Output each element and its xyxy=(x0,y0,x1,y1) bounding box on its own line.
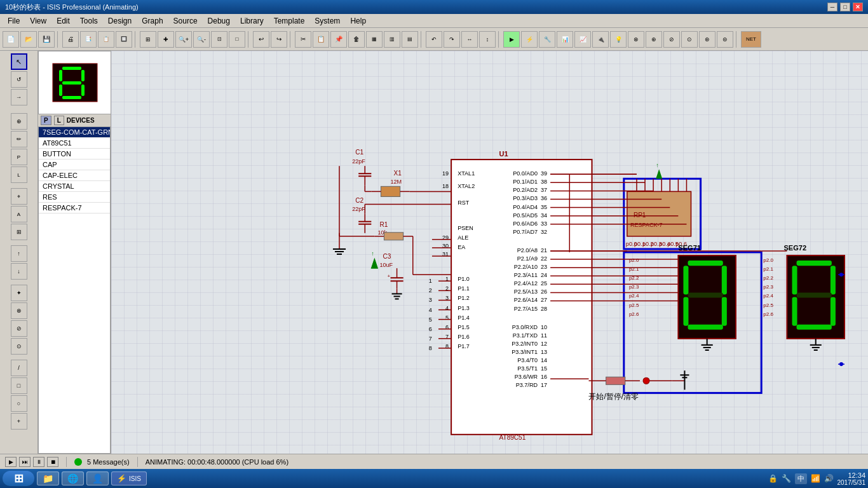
menu-item-tools[interactable]: Tools xyxy=(75,15,103,27)
svg-text:P3.4/T0: P3.4/T0 xyxy=(517,357,538,363)
bus-entry-tool[interactable]: L xyxy=(11,166,27,183)
device-item-4[interactable]: CAP-ELEC xyxy=(39,170,110,181)
block3-button[interactable]: ▤ xyxy=(402,31,418,48)
l-button[interactable]: L xyxy=(54,116,64,125)
maximize-button[interactable]: □ xyxy=(840,3,850,11)
sim2[interactable]: 🔧 xyxy=(539,31,555,48)
menu-item-edit[interactable]: Edit xyxy=(51,15,75,27)
canvas-area[interactable]: X1 12M C1 22pF C2 22pF R1 10k xyxy=(111,51,868,454)
device-item-7[interactable]: RESPACK-7 xyxy=(39,203,110,214)
lang-indicator[interactable]: 中 xyxy=(795,473,807,484)
menu-item-help[interactable]: Help xyxy=(345,15,371,27)
sim8[interactable]: ⊕ xyxy=(646,31,662,48)
zoom-in[interactable]: 🔍+ xyxy=(175,31,192,48)
device-item-6[interactable]: RES xyxy=(39,192,110,203)
text-tool[interactable]: A xyxy=(11,206,27,222)
menu-item-source[interactable]: Source xyxy=(168,15,203,27)
point-button[interactable]: ✚ xyxy=(158,31,174,48)
menu-item-design[interactable]: Design xyxy=(103,15,137,27)
probe-tool[interactable]: ⊗ xyxy=(11,302,27,319)
window-controls[interactable]: ─ □ ✕ xyxy=(827,3,863,11)
close-button[interactable]: ✕ xyxy=(853,3,863,11)
taskbar-item-user[interactable]: 👤 xyxy=(86,471,109,485)
pause-button[interactable]: ⏸ xyxy=(33,457,44,467)
junction-tool[interactable]: ⊕ xyxy=(11,113,27,130)
open-button[interactable]: 📂 xyxy=(20,31,37,48)
subcircuit-tool[interactable]: ⊞ xyxy=(11,224,27,240)
bus-tool[interactable]: P xyxy=(11,149,27,165)
add-tool[interactable]: + xyxy=(11,413,27,430)
ground-tool[interactable]: ↓ xyxy=(11,263,27,280)
line-tool[interactable]: / xyxy=(11,360,27,376)
select-tool[interactable]: ↖ xyxy=(11,53,27,70)
print-button[interactable]: 🖨 xyxy=(62,31,79,48)
tape-tool[interactable]: ⊘ xyxy=(11,320,27,337)
print2-button[interactable]: 📑 xyxy=(80,31,97,48)
grid-button[interactable]: ⊞ xyxy=(140,31,156,48)
sim10[interactable]: ⊙ xyxy=(681,31,698,48)
zoom-area[interactable]: □ xyxy=(229,31,245,48)
power-tool[interactable]: ↑ xyxy=(11,245,27,262)
tb4[interactable]: 🔲 xyxy=(116,31,132,48)
tb3[interactable]: 📋 xyxy=(98,31,114,48)
device-item-0[interactable]: 7SEG-COM-CAT-GRN xyxy=(39,127,110,138)
delete-button[interactable]: 🗑 xyxy=(348,31,365,48)
menu-item-view[interactable]: View xyxy=(25,15,51,27)
label-tool[interactable]: ⌖ xyxy=(11,188,27,205)
menu-item-template[interactable]: Template xyxy=(269,15,310,27)
netlist-button[interactable]: NET xyxy=(741,31,761,48)
animate-tool[interactable]: ↺ xyxy=(11,71,27,88)
wire-tool[interactable]: ✏ xyxy=(11,131,27,147)
svg-text:EA: EA xyxy=(458,244,466,250)
rotate-l[interactable]: ↶ xyxy=(426,31,442,48)
mirror-v[interactable]: ↕ xyxy=(479,31,496,48)
component-tool[interactable]: → xyxy=(11,89,27,105)
sim9[interactable]: ⊘ xyxy=(663,31,680,48)
run-button[interactable]: ▶ xyxy=(503,31,520,48)
menu-item-graph[interactable]: Graph xyxy=(137,15,168,27)
device-item-5[interactable]: CRYSTAL xyxy=(39,181,110,192)
taskbar-item-browser[interactable]: 🌐 xyxy=(62,471,84,485)
redo-button[interactable]: ↪ xyxy=(271,31,287,48)
device-item-2[interactable]: BUTTON xyxy=(39,149,110,159)
sim11[interactable]: ⊛ xyxy=(699,31,715,48)
save-button[interactable]: 💾 xyxy=(38,31,55,48)
cut-button[interactable]: ✂ xyxy=(295,31,311,48)
p-button[interactable]: P xyxy=(41,116,51,125)
sim12[interactable]: ⊜ xyxy=(717,31,733,48)
menu-item-debug[interactable]: Debug xyxy=(203,15,235,27)
sim4[interactable]: 📈 xyxy=(574,31,591,48)
sim7[interactable]: ⊗ xyxy=(628,31,644,48)
gen-tool[interactable]: ⊙ xyxy=(11,338,27,355)
mirror-h[interactable]: ↔ xyxy=(461,31,478,48)
sim5[interactable]: 🔌 xyxy=(592,31,609,48)
start-button[interactable]: ⊞ xyxy=(3,471,34,486)
undo-button[interactable]: ↩ xyxy=(253,31,269,48)
device-item-3[interactable]: CAP xyxy=(39,159,110,170)
sim6[interactable]: 💡 xyxy=(610,31,627,48)
sim1[interactable]: ⚡ xyxy=(521,31,538,48)
zoom-fit[interactable]: ⊡ xyxy=(211,31,227,48)
sim3[interactable]: 📊 xyxy=(557,31,573,48)
device-item-1[interactable]: AT89C51 xyxy=(39,138,110,149)
minimize-button[interactable]: ─ xyxy=(827,3,837,11)
step-forward-button[interactable]: ⏭ xyxy=(19,457,31,467)
box-tool[interactable]: □ xyxy=(11,377,27,394)
play-button[interactable]: ▶ xyxy=(5,457,17,467)
svg-text:35: 35 xyxy=(541,204,547,210)
taskbar-item-explorer[interactable]: 📁 xyxy=(37,471,59,485)
menu-item-system[interactable]: System xyxy=(309,15,345,27)
menu-item-file[interactable]: File xyxy=(3,15,25,27)
block2-button[interactable]: ▥ xyxy=(384,31,400,48)
marker-tool[interactable]: ✦ xyxy=(11,285,27,301)
stop-button[interactable]: ⏹ xyxy=(47,457,58,467)
zoom-out[interactable]: 🔍- xyxy=(193,31,210,48)
new-button[interactable]: 📄 xyxy=(3,31,19,48)
circle-tool[interactable]: ○ xyxy=(11,395,27,412)
paste-button[interactable]: 📌 xyxy=(330,31,347,48)
menu-item-library[interactable]: Library xyxy=(235,15,269,27)
rotate-r[interactable]: ↷ xyxy=(444,31,460,48)
taskbar-item-isis[interactable]: ⚡ ISIS xyxy=(111,471,147,485)
block1-button[interactable]: ▦ xyxy=(366,31,383,48)
copy-button[interactable]: 📋 xyxy=(313,31,329,48)
